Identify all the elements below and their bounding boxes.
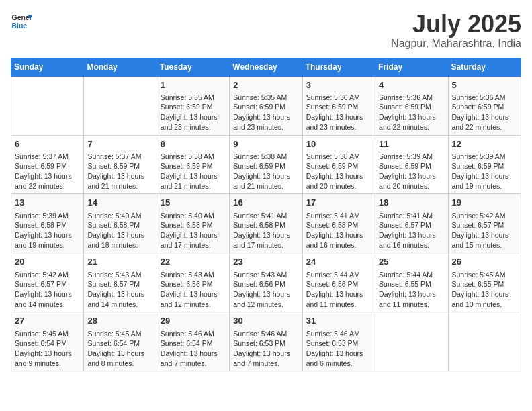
logo-icon: General Blue bbox=[11, 11, 32, 32]
calendar-cell: 5Sunrise: 5:36 AMSunset: 6:59 PMDaylight… bbox=[448, 76, 521, 135]
day-header-sunday: Sunday bbox=[11, 58, 84, 76]
day-info: and 23 minutes. bbox=[233, 122, 298, 132]
day-info: and 15 minutes. bbox=[452, 240, 517, 250]
day-info: Daylight: 13 hours bbox=[306, 349, 371, 359]
day-info: and 19 minutes. bbox=[452, 181, 517, 191]
day-header-wednesday: Wednesday bbox=[230, 58, 302, 76]
calendar-cell: 25Sunrise: 5:44 AMSunset: 6:55 PMDayligh… bbox=[375, 253, 448, 312]
day-number: 7 bbox=[87, 138, 152, 150]
day-info: Sunrise: 5:43 AM bbox=[233, 270, 298, 280]
day-number: 19 bbox=[452, 197, 517, 209]
calendar-cell: 19Sunrise: 5:42 AMSunset: 6:57 PMDayligh… bbox=[448, 194, 521, 253]
day-info: Sunrise: 5:39 AM bbox=[452, 152, 517, 162]
day-info: Sunset: 6:53 PM bbox=[233, 338, 298, 349]
day-number: 9 bbox=[233, 138, 298, 150]
day-number: 30 bbox=[233, 315, 298, 327]
day-number: 13 bbox=[15, 197, 80, 209]
calendar-cell: 9Sunrise: 5:38 AMSunset: 6:59 PMDaylight… bbox=[230, 135, 302, 194]
day-info: Sunset: 6:59 PM bbox=[161, 161, 226, 171]
day-info: and 7 minutes. bbox=[233, 359, 298, 369]
day-info: Daylight: 13 hours bbox=[233, 171, 298, 181]
day-info: Daylight: 13 hours bbox=[306, 289, 371, 300]
day-info: Daylight: 13 hours bbox=[452, 230, 517, 240]
calendar-cell: 11Sunrise: 5:39 AMSunset: 6:59 PMDayligh… bbox=[375, 135, 448, 194]
day-info: Sunrise: 5:39 AM bbox=[15, 211, 80, 221]
day-info: Sunrise: 5:43 AM bbox=[161, 270, 226, 280]
calendar-cell: 28Sunrise: 5:45 AMSunset: 6:54 PMDayligh… bbox=[84, 312, 157, 371]
day-info: Sunset: 6:57 PM bbox=[15, 279, 80, 289]
day-info: Daylight: 13 hours bbox=[379, 289, 444, 300]
day-header-thursday: Thursday bbox=[302, 58, 375, 76]
day-number: 2 bbox=[233, 79, 298, 91]
calendar-table: SundayMondayTuesdayWednesdayThursdayFrid… bbox=[11, 58, 521, 372]
calendar-cell bbox=[11, 76, 84, 135]
day-info: Sunrise: 5:36 AM bbox=[306, 93, 371, 103]
calendar-cell: 15Sunrise: 5:40 AMSunset: 6:58 PMDayligh… bbox=[157, 194, 229, 253]
day-info: Sunset: 6:58 PM bbox=[161, 220, 226, 230]
day-number: 21 bbox=[87, 256, 152, 268]
day-number: 1 bbox=[161, 79, 226, 91]
day-info: Sunrise: 5:44 AM bbox=[306, 270, 371, 280]
day-info: Sunrise: 5:41 AM bbox=[233, 211, 298, 221]
day-info: Daylight: 13 hours bbox=[233, 289, 298, 300]
day-info: Sunrise: 5:44 AM bbox=[379, 270, 444, 280]
day-info: Sunrise: 5:36 AM bbox=[379, 93, 444, 103]
day-info: and 21 minutes. bbox=[161, 181, 226, 191]
day-info: Daylight: 13 hours bbox=[452, 289, 517, 300]
location-subtitle: Nagpur, Maharashtra, India bbox=[391, 38, 521, 50]
day-info: and 21 minutes. bbox=[87, 181, 152, 191]
calendar-cell bbox=[375, 312, 448, 371]
day-info: and 23 minutes. bbox=[306, 122, 371, 132]
calendar-cell: 3Sunrise: 5:36 AMSunset: 6:59 PMDaylight… bbox=[302, 76, 375, 135]
day-info: Daylight: 13 hours bbox=[161, 171, 226, 181]
calendar-cell: 18Sunrise: 5:41 AMSunset: 6:57 PMDayligh… bbox=[375, 194, 448, 253]
day-info: Sunset: 6:57 PM bbox=[452, 220, 517, 230]
day-info: Sunset: 6:59 PM bbox=[15, 161, 80, 171]
day-info: Daylight: 13 hours bbox=[15, 349, 80, 359]
day-number: 14 bbox=[87, 197, 152, 209]
calendar-cell: 29Sunrise: 5:46 AMSunset: 6:54 PMDayligh… bbox=[157, 312, 229, 371]
day-info: Daylight: 13 hours bbox=[87, 289, 152, 300]
day-info: and 16 minutes. bbox=[379, 240, 444, 250]
day-info: and 14 minutes. bbox=[15, 300, 80, 310]
day-info: and 20 minutes. bbox=[306, 181, 371, 191]
day-number: 8 bbox=[161, 138, 226, 150]
day-info: Sunrise: 5:37 AM bbox=[87, 152, 152, 162]
day-info: and 6 minutes. bbox=[306, 359, 371, 369]
day-info: Sunset: 6:58 PM bbox=[306, 220, 371, 230]
day-info: and 10 minutes. bbox=[452, 300, 517, 310]
calendar-cell: 21Sunrise: 5:43 AMSunset: 6:57 PMDayligh… bbox=[84, 253, 157, 312]
day-info: Daylight: 13 hours bbox=[161, 289, 226, 300]
day-info: Sunset: 6:59 PM bbox=[452, 161, 517, 171]
calendar-cell bbox=[448, 312, 521, 371]
page-header: General Blue July 2025 Nagpur, Maharasht… bbox=[11, 11, 521, 50]
day-info: Sunrise: 5:42 AM bbox=[452, 211, 517, 221]
day-info: Daylight: 13 hours bbox=[161, 349, 226, 359]
day-info: Sunset: 6:59 PM bbox=[379, 161, 444, 171]
day-info: and 22 minutes. bbox=[379, 122, 444, 132]
calendar-body: 1Sunrise: 5:35 AMSunset: 6:59 PMDaylight… bbox=[11, 76, 521, 371]
calendar-cell bbox=[84, 76, 157, 135]
day-info: Sunrise: 5:41 AM bbox=[379, 211, 444, 221]
day-info: Sunrise: 5:45 AM bbox=[452, 270, 517, 280]
day-number: 18 bbox=[379, 197, 444, 209]
day-info: Sunset: 6:54 PM bbox=[15, 338, 80, 349]
day-info: and 22 minutes. bbox=[15, 181, 80, 191]
day-info: Daylight: 13 hours bbox=[379, 112, 444, 122]
day-info: Sunset: 6:54 PM bbox=[87, 338, 152, 349]
day-info: Sunrise: 5:43 AM bbox=[87, 270, 152, 280]
day-info: Sunset: 6:58 PM bbox=[15, 220, 80, 230]
calendar-cell: 22Sunrise: 5:43 AMSunset: 6:56 PMDayligh… bbox=[157, 253, 229, 312]
day-number: 10 bbox=[306, 138, 371, 150]
day-info: Sunset: 6:59 PM bbox=[306, 161, 371, 171]
calendar-cell: 7Sunrise: 5:37 AMSunset: 6:59 PMDaylight… bbox=[84, 135, 157, 194]
day-number: 20 bbox=[15, 256, 80, 268]
day-info: Sunset: 6:58 PM bbox=[233, 220, 298, 230]
day-info: Daylight: 13 hours bbox=[233, 349, 298, 359]
day-info: and 16 minutes. bbox=[306, 240, 371, 250]
calendar-cell: 4Sunrise: 5:36 AMSunset: 6:59 PMDaylight… bbox=[375, 76, 448, 135]
calendar-week-5: 27Sunrise: 5:45 AMSunset: 6:54 PMDayligh… bbox=[11, 312, 521, 371]
day-info: Sunset: 6:56 PM bbox=[306, 279, 371, 289]
day-info: Daylight: 13 hours bbox=[161, 230, 226, 240]
calendar-cell: 30Sunrise: 5:46 AMSunset: 6:53 PMDayligh… bbox=[230, 312, 302, 371]
